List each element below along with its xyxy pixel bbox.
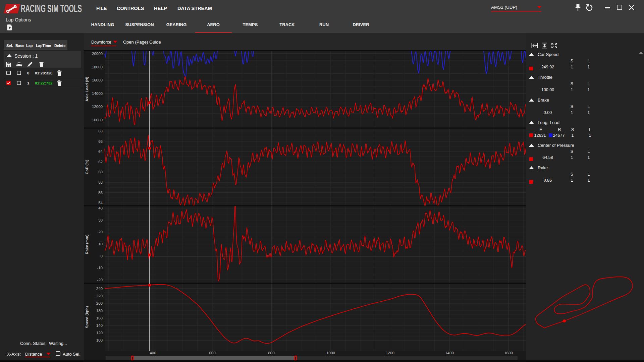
- svg-text:0: 0: [101, 254, 103, 258]
- svg-text:40: 40: [98, 206, 103, 210]
- svg-text:160: 160: [96, 316, 103, 320]
- svg-text:-10: -10: [97, 266, 103, 270]
- svg-text:240: 240: [96, 287, 103, 291]
- svg-text:600: 600: [209, 351, 215, 355]
- svg-text:68: 68: [98, 129, 103, 133]
- svg-text:10000: 10000: [92, 118, 103, 122]
- svg-text:16000: 16000: [92, 78, 103, 82]
- svg-text:64: 64: [98, 149, 103, 154]
- svg-text:100: 100: [96, 338, 103, 342]
- svg-text:140: 140: [96, 323, 103, 327]
- svg-text:1600: 1600: [504, 351, 513, 355]
- svg-text:62: 62: [98, 160, 103, 164]
- svg-text:60: 60: [98, 170, 103, 174]
- svg-text:66: 66: [98, 139, 103, 143]
- svg-text:-20: -20: [97, 278, 103, 282]
- svg-text:CoP (%): CoP (%): [85, 160, 89, 174]
- svg-text:120: 120: [96, 331, 103, 335]
- svg-text:200: 200: [96, 301, 103, 305]
- svg-text:Axle Load (N): Axle Load (N): [85, 77, 89, 102]
- svg-text:220: 220: [96, 294, 103, 298]
- svg-text:Speed (kph): Speed (kph): [85, 306, 89, 328]
- svg-text:400: 400: [150, 351, 156, 355]
- svg-text:20: 20: [98, 230, 103, 234]
- svg-text:30: 30: [98, 218, 103, 222]
- svg-text:1000: 1000: [326, 351, 335, 355]
- svg-text:RACING SIM TOOLS: RACING SIM TOOLS: [21, 3, 82, 14]
- svg-text:14000: 14000: [92, 92, 103, 96]
- svg-text:56: 56: [98, 191, 103, 195]
- svg-text:20000: 20000: [92, 52, 103, 56]
- svg-text:10: 10: [98, 242, 103, 246]
- svg-text:58: 58: [98, 180, 103, 184]
- svg-text:1200: 1200: [386, 351, 394, 355]
- svg-text:Rake (mm): Rake (mm): [85, 234, 89, 254]
- svg-text:800: 800: [268, 351, 274, 355]
- svg-text:180: 180: [96, 309, 103, 313]
- svg-text:1400: 1400: [445, 351, 454, 355]
- svg-text:12000: 12000: [92, 105, 103, 109]
- svg-text:54: 54: [98, 201, 103, 205]
- svg-text:18000: 18000: [92, 65, 103, 69]
